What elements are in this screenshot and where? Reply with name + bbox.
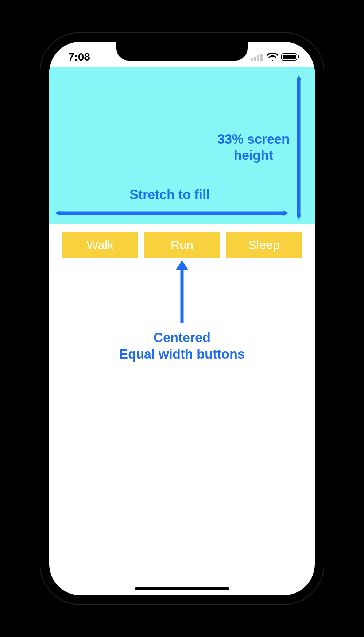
sleep-button[interactable]: Sleep	[226, 232, 302, 258]
battery-icon	[281, 53, 299, 61]
svg-rect-1	[254, 57, 256, 61]
walk-button[interactable]: Walk	[62, 232, 138, 258]
svg-rect-6	[298, 55, 299, 58]
notch	[116, 42, 248, 61]
height-annotation-line2: height	[234, 148, 273, 163]
run-button[interactable]: Run	[144, 232, 220, 258]
header-panel: 33% screen height Stretch to fill	[49, 67, 315, 224]
cellular-icon	[251, 53, 264, 61]
phone-screen: 7:08	[49, 42, 315, 595]
svg-rect-0	[251, 58, 253, 61]
wifi-icon	[267, 53, 278, 61]
buttons-annotation-line1: Centered	[49, 329, 315, 346]
buttons-annotation: Centered Equal width buttons	[49, 258, 315, 362]
home-indicator	[135, 587, 229, 590]
height-annotation-line1: 33% screen	[217, 132, 290, 147]
button-row: Walk Run Sleep	[49, 224, 315, 258]
svg-rect-5	[283, 55, 296, 59]
width-annotation: Stretch to fill	[129, 187, 210, 202]
phone-frame: 7:08	[40, 32, 324, 605]
svg-rect-2	[257, 55, 259, 61]
status-time: 7:08	[68, 51, 90, 63]
buttons-annotation-line2: Equal width buttons	[49, 346, 315, 362]
svg-rect-3	[260, 54, 263, 61]
